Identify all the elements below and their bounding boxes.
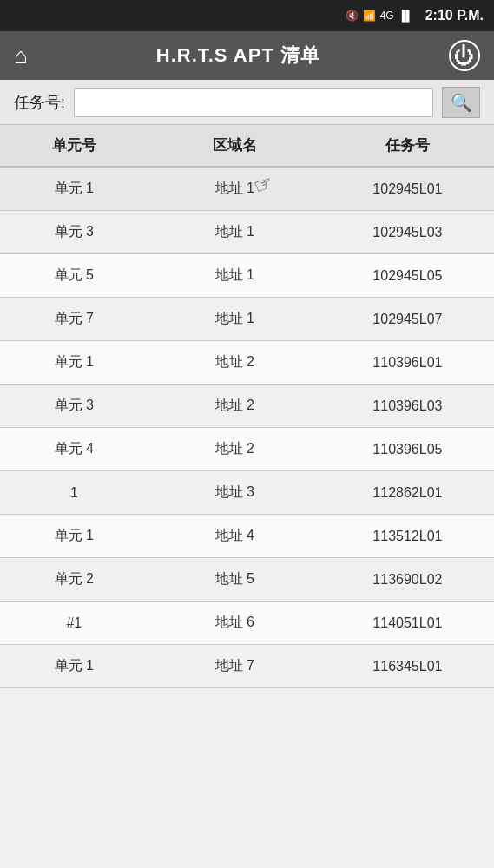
cursor-hand-icon: ☞ [251, 170, 277, 200]
cell-area: 地址 2 [148, 341, 321, 385]
cell-area: 地址 7 [148, 645, 321, 688]
task-number-label: 任务号: [14, 92, 65, 113]
table-row[interactable]: 单元 3地址 1102945L03 [0, 211, 494, 254]
table-row[interactable]: 1地址 3112862L01 [0, 471, 494, 515]
cell-unit: 单元 1 [0, 341, 148, 385]
cell-unit: #1 [0, 602, 148, 645]
network-type: 4G [380, 10, 394, 22]
cell-area: 地址 3 [148, 471, 321, 515]
cell-unit: 单元 4 [0, 428, 148, 471]
cell-area: 地址 1☞ [148, 167, 321, 211]
table-row[interactable]: 单元 4地址 2110396L05 [0, 428, 494, 471]
cell-task: 102945L07 [321, 298, 494, 341]
cell-unit: 单元 5 [0, 254, 148, 298]
cell-area: 地址 2 [148, 385, 321, 428]
data-table-container: 单元号 区域名 任务号 单元 1地址 1☞102945L01单元 3地址 110… [0, 125, 494, 868]
cell-area: 地址 6 [148, 602, 321, 645]
cell-area: 地址 1 [148, 211, 321, 254]
status-icons: 🔇 📶 4G ▐▌ [346, 10, 413, 22]
cell-unit: 单元 3 [0, 385, 148, 428]
cell-area: 地址 5 [148, 558, 321, 602]
cell-area: 地址 4 [148, 515, 321, 558]
table-row[interactable]: 单元 1地址 2110396L01 [0, 341, 494, 385]
table-row[interactable]: #1地址 6114051L01 [0, 602, 494, 645]
page-title: H.R.T.S APT 清单 [156, 43, 320, 69]
cell-task: 113512L01 [321, 515, 494, 558]
signal-mute-icon: 🔇 [346, 10, 359, 22]
table-row[interactable]: 单元 5地址 1102945L05 [0, 254, 494, 298]
power-button[interactable]: ⏻ [449, 40, 480, 71]
cell-task: 114051L01 [321, 602, 494, 645]
table-row[interactable]: 单元 3地址 2110396L03 [0, 385, 494, 428]
table-row[interactable]: 单元 1地址 1☞102945L01 [0, 167, 494, 211]
task-number-input[interactable] [74, 88, 433, 117]
table-header-row: 单元号 区域名 任务号 [0, 125, 494, 167]
clock: 2:10 P.M. [425, 8, 484, 23]
cell-task: 110396L03 [321, 385, 494, 428]
table-row[interactable]: 单元 1地址 7116345L01 [0, 645, 494, 688]
wifi-icon: 📶 [363, 10, 376, 22]
cell-task: 110396L05 [321, 428, 494, 471]
signal-bars-icon: ▐▌ [398, 10, 413, 22]
cell-task: 113690L02 [321, 558, 494, 602]
search-icon: 🔍 [451, 92, 472, 113]
cell-area: 地址 1 [148, 298, 321, 341]
cell-task: 112862L01 [321, 471, 494, 515]
area-with-cursor: 地址 1☞ [215, 180, 254, 198]
search-row: 任务号: 🔍 [0, 80, 494, 125]
cell-unit: 1 [0, 471, 148, 515]
title-bar: ⌂ H.R.T.S APT 清单 ⏻ [0, 31, 494, 80]
cell-area: 地址 2 [148, 428, 321, 471]
cell-unit: 单元 1 [0, 167, 148, 211]
column-header-task: 任务号 [321, 125, 494, 167]
table-row[interactable]: 单元 2地址 5113690L02 [0, 558, 494, 602]
home-button[interactable]: ⌂ [14, 43, 28, 69]
cell-task: 102945L03 [321, 211, 494, 254]
cell-area: 地址 1 [148, 254, 321, 298]
cell-task: 116345L01 [321, 645, 494, 688]
cell-unit: 单元 3 [0, 211, 148, 254]
cell-unit: 单元 7 [0, 298, 148, 341]
cell-task: 102945L01 [321, 167, 494, 211]
cell-task: 110396L01 [321, 341, 494, 385]
cell-unit: 单元 2 [0, 558, 148, 602]
column-header-area: 区域名 [148, 125, 321, 167]
cell-unit: 单元 1 [0, 515, 148, 558]
column-header-unit: 单元号 [0, 125, 148, 167]
cell-task: 102945L05 [321, 254, 494, 298]
task-table: 单元号 区域名 任务号 单元 1地址 1☞102945L01单元 3地址 110… [0, 125, 494, 688]
search-button[interactable]: 🔍 [442, 87, 480, 118]
status-bar: 🔇 📶 4G ▐▌ 2:10 P.M. [0, 0, 494, 31]
cell-unit: 单元 1 [0, 645, 148, 688]
table-row[interactable]: 单元 7地址 1102945L07 [0, 298, 494, 341]
table-row[interactable]: 单元 1地址 4113512L01 [0, 515, 494, 558]
